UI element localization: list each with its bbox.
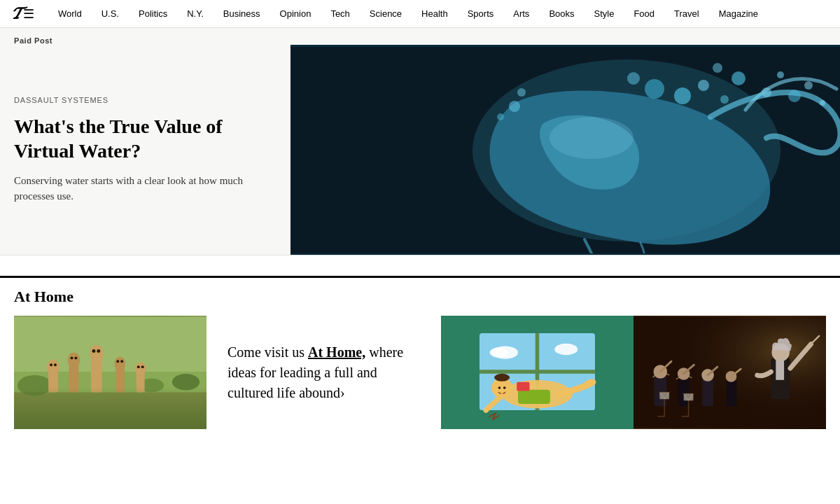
svg-point-8 [788,90,801,102]
cartoon-svg [441,316,634,429]
nav-item-business[interactable]: Business [214,0,270,28]
at-home-promo-arrow: › [340,385,345,400]
svg-rect-19 [14,392,206,428]
svg-point-12 [627,72,640,85]
svg-point-4 [720,95,729,104]
svg-point-29 [68,353,80,368]
at-home-card-orchestra[interactable] [634,316,826,429]
svg-point-49 [490,347,508,358]
nav-item-tech[interactable]: Tech [321,0,359,28]
nav-item-politics[interactable]: Politics [129,0,177,28]
svg-point-35 [97,349,100,353]
svg-point-6 [762,88,771,97]
at-home-section: At Home [0,276,840,443]
svg-point-54 [494,374,510,382]
svg-point-37 [114,356,125,370]
svg-point-9 [804,81,813,90]
svg-point-55 [498,386,501,389]
nav-item-arts[interactable]: Arts [503,0,539,28]
svg-point-26 [50,363,52,366]
at-home-card-cartoon[interactable] [441,316,634,429]
site-header: 𝓣 ☰ World U.S. Politics N.Y. Business Op… [0,0,840,28]
svg-rect-23 [14,316,206,372]
at-home-promo-card: Come visit us At Home, where ideas for l… [206,316,441,429]
nav-item-travel[interactable]: Travel [664,0,709,28]
paid-post-description: Conserving water starts with a clear loo… [14,173,276,204]
meerkat-svg [14,316,206,429]
cartoon-image [441,316,634,429]
at-home-section-title: At Home [14,288,826,306]
nyt-logo[interactable]: 𝓣 [11,4,23,23]
nav-item-us[interactable]: U.S. [92,0,129,28]
svg-point-14 [509,101,520,112]
svg-point-16 [517,88,526,97]
svg-point-21 [172,374,200,391]
hamburger-menu-icon[interactable]: ☰ [23,6,34,22]
svg-point-56 [503,386,506,389]
svg-point-5 [732,71,746,85]
water-visualization-svg [290,47,840,253]
svg-point-13 [713,63,722,73]
main-nav: World U.S. Politics N.Y. Business Opinio… [48,0,768,28]
svg-rect-58 [517,382,529,391]
paid-post-title[interactable]: What's the True Value of Virtual Water? [14,114,276,163]
nav-item-books[interactable]: Books [539,0,584,28]
nav-item-world[interactable]: World [48,0,92,28]
svg-point-42 [137,365,140,368]
svg-point-33 [90,345,104,362]
nav-item-food[interactable]: Food [624,0,664,28]
svg-point-11 [645,79,664,99]
svg-point-3 [698,80,709,91]
nav-item-science[interactable]: Science [360,0,412,28]
at-home-card-meerkats[interactable] [14,316,206,429]
svg-point-50 [554,344,578,356]
nav-item-health[interactable]: Health [412,0,458,28]
meerkat-image [14,316,206,429]
svg-point-34 [92,349,95,353]
nav-item-opinion[interactable]: Opinion [270,0,321,28]
paid-post-label: Paid Post [0,28,840,45]
orchestra-svg [634,316,826,429]
paid-post-section: Paid Post DASSAULT SYSTEMES What's the T… [0,28,840,255]
paid-post-image[interactable] [290,45,840,255]
at-home-promo-text: Come visit us At Home, where ideas for l… [227,342,420,403]
svg-point-27 [54,363,57,366]
svg-rect-52 [518,390,550,404]
svg-point-7 [777,71,784,78]
svg-rect-74 [634,316,826,428]
nav-item-sports[interactable]: Sports [458,0,504,28]
paid-post-content: DASSAULT SYSTEMES What's the True Value … [0,45,840,255]
svg-point-43 [141,365,144,368]
svg-point-41 [135,362,146,376]
nav-item-magazine[interactable]: Magazine [709,0,768,28]
svg-point-39 [120,360,123,363]
svg-point-10 [820,100,825,106]
paid-post-text-block: DASSAULT SYSTEMES What's the True Value … [0,45,290,255]
svg-point-38 [116,360,119,363]
nav-item-ny[interactable]: N.Y. [177,0,214,28]
at-home-grid: Come visit us At Home, where ideas for l… [0,316,840,429]
svg-point-20 [18,375,52,396]
paid-post-sponsor: DASSAULT SYSTEMES [14,96,276,104]
at-home-promo-before: Come visit us [227,344,308,360]
svg-point-2 [674,88,691,104]
nav-list: World U.S. Politics N.Y. Business Opinio… [48,0,768,28]
svg-point-17 [550,117,634,159]
svg-point-31 [74,356,77,359]
at-home-promo-link[interactable]: At Home, [308,344,365,360]
at-home-header: At Home [0,278,840,316]
orchestra-image [634,316,826,429]
svg-point-15 [497,113,504,120]
svg-point-25 [47,359,59,374]
nav-item-style[interactable]: Style [584,0,624,28]
section-divider [0,255,840,276]
svg-point-30 [71,356,74,359]
